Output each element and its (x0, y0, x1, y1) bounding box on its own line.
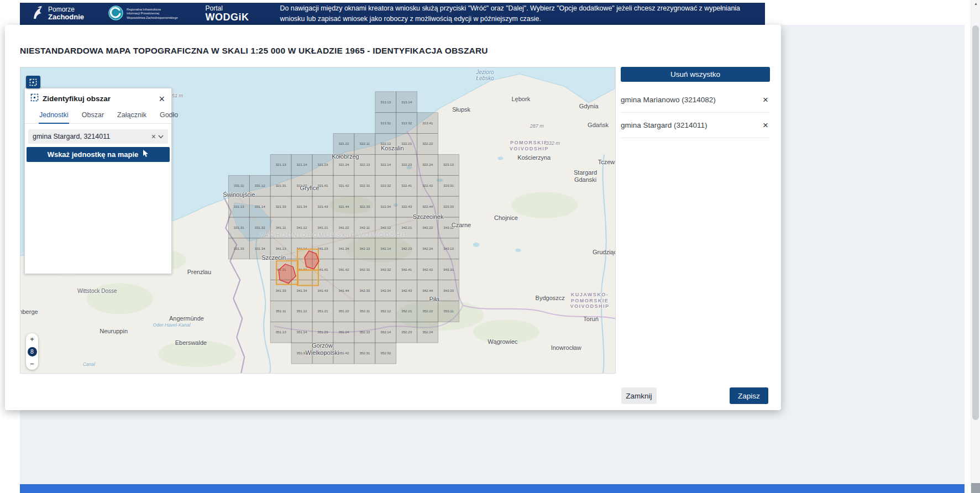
tab-godlo[interactable]: Godło (159, 108, 179, 123)
map-sheet-cell[interactable] (354, 238, 375, 259)
map-sheet-cell[interactable] (375, 238, 396, 259)
zoom-in-button[interactable]: + (30, 335, 34, 343)
map-sheet-cell[interactable] (312, 217, 333, 238)
map-sheet-cell[interactable] (354, 134, 375, 155)
map-sheet-cell[interactable] (354, 196, 375, 217)
map-sheet-cell[interactable] (354, 322, 375, 343)
map-sheet-cell[interactable] (417, 238, 438, 259)
map-sheet-cell[interactable] (270, 196, 291, 217)
map-sheet-cell[interactable] (417, 175, 438, 196)
zoom-out-button[interactable]: − (30, 360, 34, 368)
pick-unit-on-map-button[interactable]: Wskaż jednostkę na mapie (27, 147, 170, 162)
map-sheet-cell[interactable] (396, 154, 417, 175)
map-sheet-cell[interactable] (228, 238, 249, 259)
map-sheet-cell[interactable] (375, 280, 396, 301)
scroll-up-arrow[interactable]: ▲ (971, 2, 980, 6)
map-sheet-cell[interactable] (333, 175, 354, 196)
map-sheet-cell[interactable] (438, 154, 459, 175)
tab-zalacznik[interactable]: Załącznik (117, 108, 147, 123)
remove-item-icon[interactable]: × (761, 95, 770, 104)
map-sheet-cell[interactable] (375, 322, 396, 343)
map-sheet-cell[interactable] (270, 322, 291, 343)
map-sheet-cell[interactable] (333, 217, 354, 238)
map-sheet-cell[interactable] (291, 175, 312, 196)
chevron-down-icon[interactable] (158, 133, 164, 140)
map-sheet-cell[interactable] (270, 154, 291, 175)
map-sheet-cell[interactable] (291, 301, 312, 322)
map-sheet-cell[interactable] (291, 154, 312, 175)
map-sheet-cell[interactable] (270, 175, 291, 196)
map-sheet-cell[interactable] (291, 196, 312, 217)
map-sheet-cell[interactable] (333, 196, 354, 217)
map-sheet-cell[interactable] (228, 175, 249, 196)
map-sheet-cell[interactable] (312, 301, 333, 322)
page-scrollbar[interactable]: ▲ (971, 0, 980, 493)
map-sheet-cell[interactable] (228, 196, 249, 217)
map-sheet-cell[interactable] (270, 301, 291, 322)
map-sheet-cell[interactable] (312, 343, 333, 364)
map-sheet-cell[interactable] (417, 217, 438, 238)
map-viewport[interactable]: 313.13313.14313.31313.32313.41321.22322.… (20, 67, 616, 374)
map-sheet-cell[interactable] (438, 217, 459, 238)
map-sheet-cell[interactable] (312, 196, 333, 217)
map-sheet-cell[interactable] (354, 259, 375, 280)
map-sheet-cell[interactable] (417, 113, 438, 134)
scrollbar-thumb[interactable] (972, 25, 979, 420)
map-sheet-cell[interactable] (354, 175, 375, 196)
map-sheet-cell[interactable] (333, 238, 354, 259)
map-sheet-cell[interactable] (249, 196, 270, 217)
unit-select[interactable]: gmina Stargard, 3214011 × (28, 129, 168, 144)
remove-item-icon[interactable]: × (761, 120, 770, 130)
map-sheet-cell[interactable] (396, 196, 417, 217)
map-sheet-cell[interactable] (396, 280, 417, 301)
map-sheet-cell[interactable] (333, 134, 354, 155)
map-sheet-cell[interactable] (354, 343, 375, 364)
map-sheet-cell[interactable] (354, 301, 375, 322)
map-sheet-cell[interactable] (270, 217, 291, 238)
map-sheet-cell[interactable] (375, 259, 396, 280)
map-sheet-cell[interactable] (417, 154, 438, 175)
map-sheet-cell[interactable] (249, 217, 270, 238)
map-sheet-cell[interactable] (417, 280, 438, 301)
tab-obszar[interactable]: Obszar (81, 108, 104, 123)
map-sheet-cell[interactable] (333, 301, 354, 322)
map-sheet-cell[interactable] (396, 134, 417, 155)
map-sheet-cell[interactable] (333, 154, 354, 175)
map-sheet-cell[interactable] (438, 175, 459, 196)
map-sheet-cell[interactable] (354, 154, 375, 175)
selected-sheet-highlight[interactable] (297, 270, 318, 286)
map-sheet-cell[interactable] (333, 259, 354, 280)
map-sheet-cell[interactable] (375, 113, 396, 134)
map-sheet-cell[interactable] (396, 259, 417, 280)
map-sheet-cell[interactable] (438, 301, 459, 322)
map-sheet-cell[interactable] (270, 238, 291, 259)
map-sheet-cell[interactable] (375, 343, 396, 364)
map-sheet-cell[interactable] (291, 217, 312, 238)
map-sheet-cell[interactable] (375, 217, 396, 238)
map-sheet-cell[interactable] (354, 280, 375, 301)
map-sheet-cell[interactable] (396, 238, 417, 259)
map-sheet-cell[interactable] (312, 322, 333, 343)
map-sheet-cell[interactable] (438, 280, 459, 301)
map-sheet-cell[interactable] (396, 217, 417, 238)
panel-close-icon[interactable]: × (158, 94, 166, 104)
map-sheet-cell[interactable] (417, 301, 438, 322)
map-sheet-cell[interactable] (375, 92, 396, 113)
map-sheet-cell[interactable] (249, 238, 270, 259)
map-sheet-cell[interactable] (438, 196, 459, 217)
map-sheet-cell[interactable] (333, 343, 354, 364)
clear-selection-icon[interactable]: × (149, 132, 158, 141)
remove-all-button[interactable]: Usuń wszystko (621, 67, 770, 82)
map-sheet-cell[interactable] (375, 301, 396, 322)
save-button[interactable]: Zapisz (730, 387, 768, 404)
map-sheet-cell[interactable] (396, 113, 417, 134)
close-button[interactable]: Zamknij (621, 387, 657, 404)
tab-jednostki[interactable]: Jednostki (39, 108, 69, 124)
map-sheet-cell[interactable] (417, 134, 438, 155)
map-sheet-cell[interactable] (375, 175, 396, 196)
map-sheet-cell[interactable] (249, 175, 270, 196)
map-sheet-cell[interactable] (291, 343, 312, 364)
map-sheet-cell[interactable] (354, 217, 375, 238)
map-sheet-cell[interactable] (333, 280, 354, 301)
map-sheet-cell[interactable] (375, 154, 396, 175)
